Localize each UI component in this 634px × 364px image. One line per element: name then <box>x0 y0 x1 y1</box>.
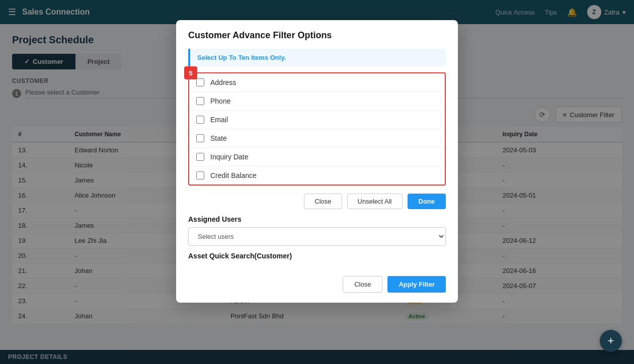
filter-modal: Customer Advance Filter Options Select U… <box>176 20 458 24</box>
modal-header: Customer Advance Filter Options <box>176 20 458 24</box>
modal-overlay[interactable]: Customer Advance Filter Options Select U… <box>0 0 634 24</box>
